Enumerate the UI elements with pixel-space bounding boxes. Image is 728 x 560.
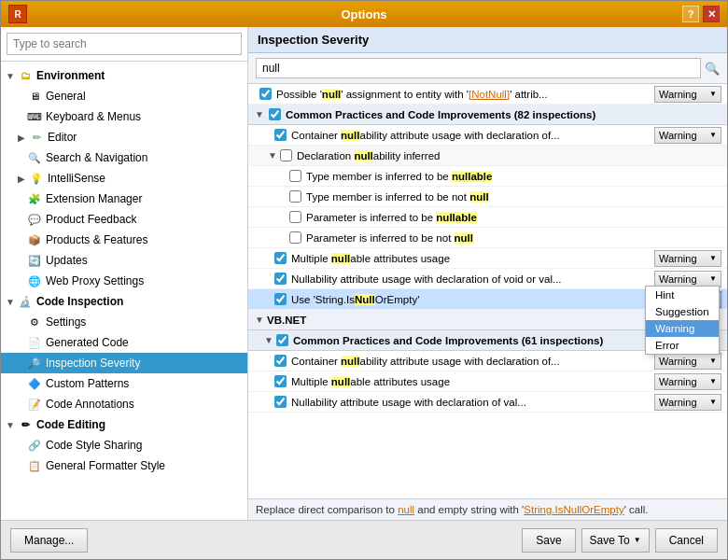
section-common[interactable]: ▼ Common Practices and Code Improvements… xyxy=(248,105,727,125)
checkbox-1[interactable] xyxy=(259,88,272,100)
section-codeinspection[interactable]: ▼ 🔬 Code Inspection xyxy=(1,291,247,312)
inspection-list: Possible 'null' assignment to entity wit… xyxy=(248,84,727,498)
tree-item-severity-label: Inspection Severity xyxy=(46,357,140,370)
severity-label-container-vb: Warning xyxy=(659,356,697,367)
insp-row-multiple-vb[interactable]: Multiple nullable attributes usage Warni… xyxy=(248,371,727,392)
severity-btn-nullability[interactable]: Warning ▼ xyxy=(654,271,721,287)
help-button[interactable]: ? xyxy=(682,6,699,22)
tree-item-keyboard[interactable]: ⌨ Keyboard & Menus xyxy=(1,106,247,127)
section-environment[interactable]: ▼ 🗂 Environment xyxy=(1,65,247,86)
tree-item-codeannotations-label: Code Annotations xyxy=(46,398,134,411)
checkbox-container[interactable] xyxy=(274,129,287,141)
insp-text-nullability: Nullability attribute usage with declara… xyxy=(291,273,654,285)
severity-icon: 🔎 xyxy=(27,356,42,371)
feedback-icon: 💬 xyxy=(27,212,42,227)
dropdown-suggestion[interactable]: Suggestion xyxy=(646,303,719,320)
insp-row-1[interactable]: Possible 'null' assignment to entity wit… xyxy=(248,84,727,105)
tree-item-products[interactable]: 📦 Products & Features xyxy=(1,230,247,250)
severity-label-nullability-vb: Warning xyxy=(659,397,697,408)
section-codeediting-label: Code Editing xyxy=(36,418,105,431)
severity-arrow-nullability: ▼ xyxy=(709,274,717,283)
checkbox-nullability[interactable] xyxy=(274,273,287,285)
cancel-button[interactable]: Cancel xyxy=(655,528,718,553)
tree-item-keyboard-label: Keyboard & Menus xyxy=(46,110,141,123)
save-to-button[interactable]: Save To ▼ xyxy=(581,528,650,553)
tree-item-intellisense[interactable]: ▶ 💡 IntelliSense xyxy=(1,168,247,189)
tree-item-extension[interactable]: 🧩 Extension Manager xyxy=(1,189,247,209)
checkbox-common-vb[interactable] xyxy=(276,334,288,346)
severity-btn-container[interactable]: Warning ▼ xyxy=(654,127,721,144)
severity-btn-1[interactable]: Warning ▼ xyxy=(654,86,721,103)
close-button[interactable]: ✕ xyxy=(703,6,720,22)
insp-row-nullability-vb[interactable]: Nullability attribute usage with declara… xyxy=(248,392,727,413)
status-text-before: Replace direct comparison to xyxy=(256,504,398,515)
webproxy-icon: 🌐 xyxy=(27,273,42,288)
checkbox-multiple-vb[interactable] xyxy=(274,375,287,387)
save-button[interactable]: Save xyxy=(522,528,575,553)
tree-item-general-label: General xyxy=(46,90,86,103)
tree-item-general[interactable]: 🖥 General xyxy=(1,86,247,106)
tree-item-inspectionseverity[interactable]: 🔎 Inspection Severity xyxy=(1,353,247,373)
checkbox-container-vb[interactable] xyxy=(274,355,287,367)
checkbox-multiple[interactable] xyxy=(274,252,287,264)
filter-bar: 🔍 xyxy=(248,53,727,84)
checkbox-common[interactable] xyxy=(269,108,281,120)
tree-item-generalformat[interactable]: 📋 General Formatter Style xyxy=(1,455,247,476)
search-box xyxy=(1,27,247,62)
generated-icon: 📄 xyxy=(27,335,42,350)
expand-arrow-ce: ▼ xyxy=(5,419,16,430)
insp-row-param1[interactable]: Parameter is inferred to be nullable xyxy=(248,207,727,228)
severity-arrow-1: ▼ xyxy=(709,90,717,98)
severity-btn-container-vb[interactable]: Warning ▼ xyxy=(654,353,721,370)
section-codeediting[interactable]: ▼ ✏ Code Editing xyxy=(1,414,247,435)
codestyleshar-icon: 🔗 xyxy=(27,438,42,453)
codeediting-icon: ✏ xyxy=(18,417,33,432)
dropdown-error[interactable]: Error xyxy=(646,337,719,354)
save-to-arrow: ▼ xyxy=(634,536,641,544)
checkbox-param2[interactable] xyxy=(289,231,301,244)
title-icon: R xyxy=(8,5,27,23)
tree-item-codestyleshar[interactable]: 🔗 Code Style Sharing xyxy=(1,435,247,455)
severity-btn-multiple[interactable]: Warning ▼ xyxy=(654,250,721,267)
tree-item-custompatterns-label: Custom Patterns xyxy=(46,377,129,390)
insp-text-nullability-vb: Nullability attribute usage with declara… xyxy=(291,397,654,408)
insp-row-param2[interactable]: Parameter is inferred to be not null xyxy=(248,228,727,248)
insp-text-multiple: Multiple nullable attributes usage xyxy=(291,253,654,264)
search-nav-icon: 🔍 xyxy=(27,150,42,165)
products-icon: 📦 xyxy=(27,232,42,247)
checkbox-isnullorempty[interactable] xyxy=(274,293,287,305)
filter-input[interactable] xyxy=(256,58,701,78)
tree-item-settings[interactable]: ⚙ Settings xyxy=(1,312,247,332)
checkbox-nullability-vb[interactable] xyxy=(274,396,287,408)
insp-row-declaration[interactable]: ▼ Declaration nullability inferred xyxy=(248,146,727,166)
checkbox-declaration[interactable] xyxy=(280,149,292,161)
section-common-label: Common Practices and Code Improvements (… xyxy=(286,109,721,120)
tree-item-feedback[interactable]: 💬 Product Feedback xyxy=(1,209,247,230)
dropdown-hint[interactable]: Hint xyxy=(646,287,719,303)
insp-row-typemember1[interactable]: Type member is inferred to be nullable xyxy=(248,166,727,187)
dropdown-warning[interactable]: Warning xyxy=(646,320,719,337)
panel-header: Inspection Severity xyxy=(248,27,727,53)
tree-item-generatedcode[interactable]: 📄 Generated Code xyxy=(1,332,247,353)
checkbox-param1[interactable] xyxy=(289,211,301,223)
insp-row-multiple[interactable]: Multiple nullable attributes usage Warni… xyxy=(248,248,727,269)
search-input[interactable] xyxy=(7,33,242,55)
insp-text-param2: Parameter is inferred to be not null xyxy=(306,232,721,244)
tree-item-custompatterns[interactable]: 🔷 Custom Patterns xyxy=(1,373,247,394)
severity-btn-nullability-vb[interactable]: Warning ▼ xyxy=(654,394,721,411)
expand-arrow-editor: ▶ xyxy=(16,132,27,143)
checkbox-typemember1[interactable] xyxy=(289,170,301,182)
tree-item-codeannotations[interactable]: 📝 Code Annotations xyxy=(1,394,247,414)
manage-button[interactable]: Manage... xyxy=(10,528,88,553)
insp-row-container[interactable]: Container nullability attribute usage wi… xyxy=(248,125,727,146)
annotations-icon: 📝 xyxy=(27,397,42,412)
tree-item-updates[interactable]: 🔄 Updates xyxy=(1,250,247,271)
tree-item-webproxy[interactable]: 🌐 Web Proxy Settings xyxy=(1,271,247,291)
severity-btn-multiple-vb[interactable]: Warning ▼ xyxy=(654,373,721,390)
checkbox-typemember2[interactable] xyxy=(289,190,301,203)
tree-item-editor[interactable]: ▶ ✏ Editor xyxy=(1,127,247,147)
tree-item-search[interactable]: 🔍 Search & Navigation xyxy=(1,147,247,168)
tree-item-codestyleshar-label: Code Style Sharing xyxy=(46,439,142,452)
left-panel: ▼ 🗂 Environment 🖥 General ⌨ Keyboard & M… xyxy=(1,27,248,520)
insp-row-typemember2[interactable]: Type member is inferred to be not null xyxy=(248,187,727,207)
